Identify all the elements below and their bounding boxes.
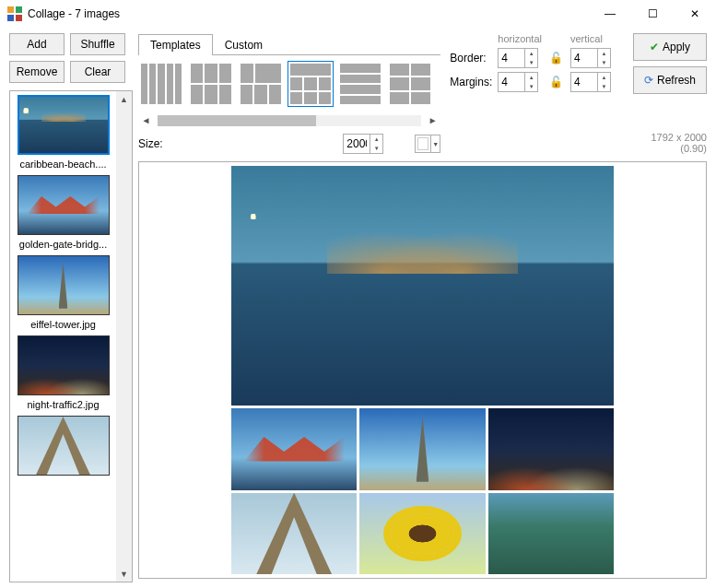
collage-cell-main[interactable]: [231, 166, 614, 406]
maximize-button[interactable]: ☐: [631, 0, 674, 28]
thumbnail-scrollbar[interactable]: ▲ ▼: [116, 91, 132, 582]
template-scroll-thumb[interactable]: [158, 115, 316, 126]
margins-lock-icon[interactable]: 🔓: [547, 76, 565, 88]
thumbnail-label: night-traffic2.jpg: [14, 399, 112, 410]
border-label: Border:: [450, 52, 492, 65]
collage-cell[interactable]: [488, 493, 614, 575]
vertical-label: vertical: [570, 33, 611, 44]
border-lock-icon[interactable]: 🔓: [547, 52, 565, 65]
collage-cell[interactable]: [231, 493, 357, 575]
border-vertical-input[interactable]: ▲▼: [570, 48, 611, 68]
refresh-icon: ⟳: [644, 74, 653, 87]
collage-cell[interactable]: [231, 408, 357, 490]
thumbnail-image: [18, 335, 110, 395]
background-color-picker[interactable]: ▼: [415, 135, 440, 153]
size-input[interactable]: ▲▼: [343, 134, 383, 154]
template-strip: [138, 55, 440, 112]
thumbnail-label: eiffel-tower.jpg: [14, 319, 112, 330]
scroll-up-button[interactable]: ▲: [116, 91, 132, 107]
remove-button[interactable]: Remove: [9, 61, 65, 83]
title-bar: Collage - 7 images — ☐ ✕: [0, 0, 716, 28]
template-scroll-track[interactable]: [158, 115, 421, 126]
refresh-button[interactable]: ⟳ Refresh: [633, 66, 707, 94]
size-up[interactable]: ▲: [370, 135, 382, 144]
tab-row: Templates Custom: [138, 33, 440, 55]
thumbnail-panel: caribbean-beach....golden-gate-bridg...e…: [9, 90, 133, 582]
size-label: Size:: [138, 137, 163, 150]
margins-vertical-input[interactable]: ▲▼: [570, 72, 611, 92]
template-option[interactable]: [288, 61, 334, 107]
template-option[interactable]: [188, 61, 234, 107]
thumbnail-image: [18, 255, 110, 315]
color-dropdown-icon[interactable]: ▼: [430, 135, 440, 152]
collage-canvas[interactable]: [138, 161, 707, 579]
horizontal-label: horizontal: [498, 33, 542, 44]
template-option[interactable]: [337, 61, 383, 107]
close-button[interactable]: ✕: [674, 0, 716, 28]
color-swatch: [417, 137, 428, 150]
window-title: Collage - 7 images: [28, 7, 589, 20]
collage-cell[interactable]: [359, 493, 485, 575]
thumbnail-image: [18, 95, 110, 155]
apply-button[interactable]: ✔ Apply: [633, 33, 707, 61]
thumbnail-item[interactable]: night-traffic2.jpg: [14, 335, 112, 410]
collage-cell[interactable]: [488, 408, 614, 490]
size-down[interactable]: ▼: [370, 144, 382, 153]
margins-horizontal-input[interactable]: ▲▼: [498, 72, 538, 92]
thumbnail-item[interactable]: golden-gate-bridg...: [14, 175, 112, 250]
svg-rect-2: [7, 15, 14, 21]
template-scrollbar[interactable]: ◄ ►: [138, 112, 440, 128]
thumbnail-image: [18, 175, 110, 235]
svg-rect-3: [16, 15, 22, 21]
template-scroll-left[interactable]: ◄: [138, 115, 154, 125]
output-dimensions: 1792 x 2000 (0.90): [626, 132, 707, 154]
scroll-down-button[interactable]: ▼: [116, 566, 132, 582]
template-option[interactable]: [138, 61, 184, 107]
minimize-button[interactable]: —: [589, 0, 631, 28]
thumbnail-item[interactable]: eiffel-tower.jpg: [14, 255, 112, 330]
svg-rect-1: [16, 6, 22, 13]
template-option[interactable]: [387, 61, 433, 107]
thumbnail-label: golden-gate-bridg...: [14, 239, 112, 250]
shuffle-button[interactable]: Shuffle: [70, 33, 125, 55]
collage-cell[interactable]: [359, 408, 485, 490]
template-scroll-right[interactable]: ►: [425, 115, 440, 125]
clear-button[interactable]: Clear: [70, 61, 125, 83]
app-icon: [7, 6, 22, 21]
size-field[interactable]: [344, 135, 370, 153]
template-option[interactable]: [238, 61, 284, 107]
check-icon: ✔: [650, 41, 659, 53]
thumbnail-item[interactable]: [14, 416, 112, 476]
thumbnail-item[interactable]: caribbean-beach....: [14, 95, 112, 170]
tab-custom[interactable]: Custom: [213, 34, 275, 55]
margins-label: Margins:: [450, 76, 492, 88]
thumbnail-image: [18, 416, 110, 476]
thumbnail-label: caribbean-beach....: [14, 159, 112, 170]
svg-rect-0: [7, 6, 14, 13]
border-horizontal-input[interactable]: ▲▼: [498, 48, 538, 68]
add-button[interactable]: Add: [9, 33, 65, 55]
tab-templates[interactable]: Templates: [138, 34, 213, 55]
